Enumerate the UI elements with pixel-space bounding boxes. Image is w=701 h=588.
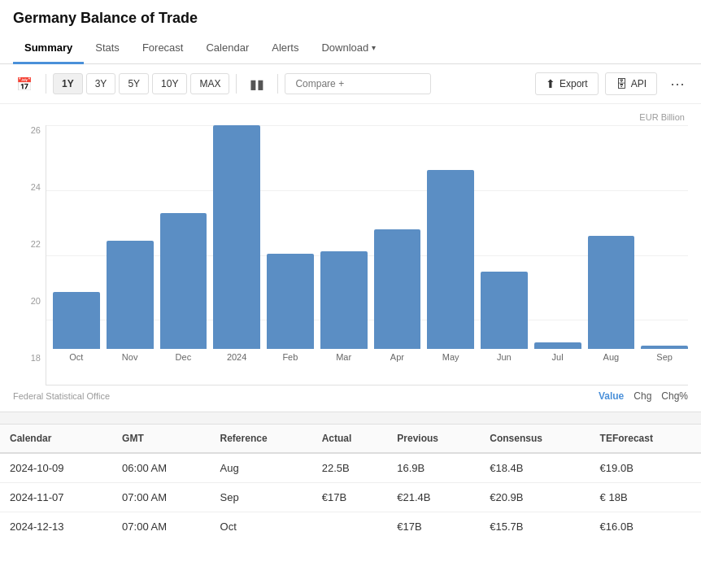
cell-previous: €21.4B <box>387 483 480 512</box>
bar[interactable] <box>374 229 421 349</box>
cell-previous: €17B <box>387 512 480 542</box>
toggle-chg[interactable]: Chg <box>634 390 651 402</box>
calendar-icon[interactable]: 📅 <box>10 72 39 96</box>
cell-reference: Oct <box>211 512 312 542</box>
cell-actual: 22.5B <box>312 453 388 483</box>
bar-label: 2024 <box>227 352 246 362</box>
tab-stats[interactable]: Stats <box>84 33 131 64</box>
bar[interactable] <box>160 213 207 349</box>
separator-3 <box>277 74 278 94</box>
cell-teforecast: €16.0B <box>590 512 701 542</box>
col-consensus: Consensus <box>480 425 590 453</box>
bar[interactable] <box>53 292 100 349</box>
bar-group: Oct <box>53 125 100 362</box>
bar-label: Dec <box>176 352 192 362</box>
cell-actual: €17B <box>312 483 388 512</box>
bar[interactable] <box>267 254 314 349</box>
unit-label: EUR Billion <box>13 112 688 122</box>
separator-1 <box>46 74 46 94</box>
compare-input[interactable] <box>285 73 431 94</box>
period-1y[interactable]: 1Y <box>53 73 83 94</box>
bar-group: Jun <box>481 125 528 362</box>
more-options-icon[interactable]: ⋯ <box>664 71 691 97</box>
bar-label: Aug <box>603 352 620 362</box>
tab-alerts[interactable]: Alerts <box>260 33 310 64</box>
bars-container: OctNovDec2024FebMarAprMayJunJulAugSep <box>46 125 688 385</box>
api-button[interactable]: 🗄 API <box>605 72 657 95</box>
cell-gmt: 06:00 AM <box>112 453 210 483</box>
bar-group: Apr <box>374 125 421 362</box>
table-header: Calendar GMT Reference Actual Previous C… <box>0 425 701 453</box>
tab-summary[interactable]: Summary <box>13 33 84 64</box>
bar-group: Sep <box>641 125 688 362</box>
bar-group: 2024 <box>213 125 260 362</box>
bar-group: Mar <box>320 125 368 362</box>
table-row: 2024-10-0906:00 AMAug22.5B16.9B€18.4B€19… <box>0 453 701 483</box>
api-label: API <box>631 78 647 89</box>
bar[interactable] <box>641 346 688 349</box>
export-label: Export <box>559 78 588 89</box>
bar[interactable] <box>320 251 368 349</box>
separator-2 <box>236 74 237 94</box>
cell-calendar: 2024-11-07 <box>0 483 112 512</box>
bar-label: Sep <box>656 352 673 362</box>
tab-download[interactable]: Download ▾ <box>310 33 387 64</box>
col-gmt: GMT <box>112 425 210 453</box>
period-max[interactable]: MAX <box>190 73 229 94</box>
export-button[interactable]: ⬆ Export <box>535 72 599 95</box>
period-10y[interactable]: 10Y <box>152 73 187 94</box>
bar-group: Jul <box>534 125 581 362</box>
table-row: 2024-11-0707:00 AMSep€17B€21.4B€20.9B€ 1… <box>0 483 701 512</box>
cell-actual <box>312 512 388 542</box>
nav-tabs: Summary Stats Forecast Calendar Alerts D… <box>0 33 701 64</box>
y-label-24: 24 <box>13 182 41 192</box>
toggle-value[interactable]: Value <box>599 390 624 402</box>
bar-group: Feb <box>267 125 314 362</box>
bar[interactable] <box>427 170 474 349</box>
cell-gmt: 07:00 AM <box>112 512 210 542</box>
data-table: Calendar GMT Reference Actual Previous C… <box>0 425 701 541</box>
divider <box>0 412 701 425</box>
bar[interactable] <box>534 342 581 349</box>
bar-group: Dec <box>160 125 207 362</box>
col-reference: Reference <box>211 425 312 453</box>
bar-label: Feb <box>282 352 298 362</box>
tab-forecast[interactable]: Forecast <box>131 33 195 64</box>
cell-calendar: 2024-10-09 <box>0 453 112 483</box>
bar-label: Jun <box>497 352 512 362</box>
y-label-20: 20 <box>13 296 41 306</box>
cell-previous: 16.9B <box>387 453 480 483</box>
cell-reference: Sep <box>211 483 312 512</box>
chart-type-icon[interactable]: ▮▮ <box>243 72 271 96</box>
cell-calendar: 2024-12-13 <box>0 512 112 542</box>
cell-consensus: €20.9B <box>480 483 590 512</box>
bar[interactable] <box>107 241 154 349</box>
bar[interactable] <box>481 272 528 349</box>
bar[interactable] <box>213 125 260 349</box>
bar-group: Nov <box>107 125 154 362</box>
period-3y[interactable]: 3Y <box>86 73 116 94</box>
bar-label: Apr <box>390 352 404 362</box>
bar-label: Jul <box>552 352 564 362</box>
cell-consensus: €18.4B <box>480 453 590 483</box>
col-teforecast: TEForecast <box>590 425 701 453</box>
chart-footer: Federal Statistical Office Value Chg Chg… <box>0 385 701 412</box>
bar-label: May <box>442 352 459 362</box>
table-row: 2024-12-1307:00 AMOct€17B€15.7B€16.0B <box>0 512 701 542</box>
data-source: Federal Statistical Office <box>13 391 110 401</box>
bar-label: Nov <box>122 352 138 362</box>
col-calendar: Calendar <box>0 425 112 453</box>
cell-reference: Aug <box>211 453 312 483</box>
bar[interactable] <box>588 236 635 349</box>
chevron-down-icon: ▾ <box>372 43 376 52</box>
bar-group: Aug <box>588 125 635 362</box>
chart-wrapper: 26 24 22 20 18 OctNovDec2024FebMarAprMay… <box>13 125 688 385</box>
tab-calendar[interactable]: Calendar <box>194 33 260 64</box>
col-actual: Actual <box>312 425 388 453</box>
chart-area: EUR Billion 26 24 22 20 18 OctNovDec2024… <box>0 104 701 385</box>
bar-label: Oct <box>69 352 83 362</box>
col-previous: Previous <box>387 425 480 453</box>
toggle-chgpct[interactable]: Chg% <box>661 390 688 402</box>
period-5y[interactable]: 5Y <box>119 73 149 94</box>
y-label-22: 22 <box>13 239 41 249</box>
